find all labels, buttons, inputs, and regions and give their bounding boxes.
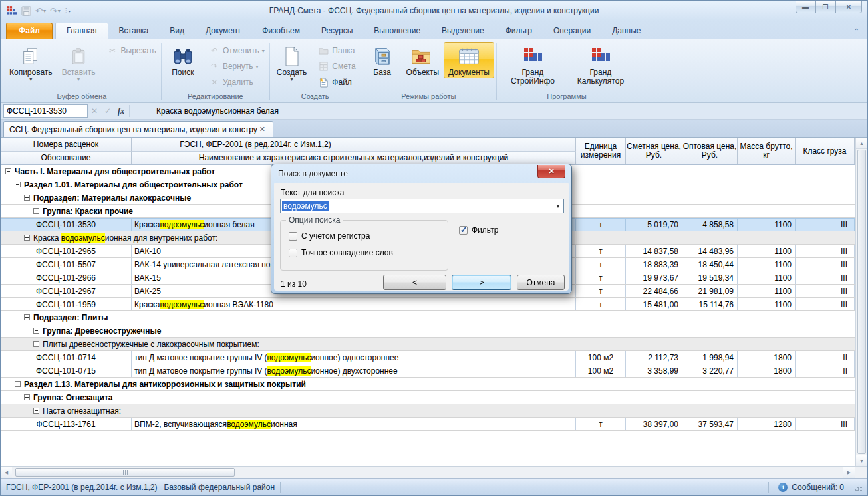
tab-file[interactable]: Файл bbox=[6, 23, 53, 39]
collapse-minus-icon[interactable] bbox=[24, 235, 30, 241]
table-row[interactable]: Плиты древесностружечные с лакокрасочным… bbox=[1, 338, 855, 351]
tab-document[interactable]: Документ bbox=[195, 23, 251, 39]
tab-insert[interactable]: Вставка bbox=[108, 23, 160, 39]
minimize-button[interactable]: ▬ bbox=[796, 1, 815, 13]
new-folder-button[interactable]: Папка bbox=[315, 43, 358, 58]
search-result-counter: 1 из 10 bbox=[281, 279, 307, 289]
table-row[interactable]: ФССЦ-101-1959Краска водоэмульсионная ВЭА… bbox=[1, 298, 855, 311]
collapse-minus-icon[interactable] bbox=[24, 314, 30, 320]
table-row[interactable]: Паста огнезащитная: bbox=[1, 404, 855, 418]
vertical-scrollbar[interactable]: ▲ ▼ bbox=[855, 138, 867, 466]
collapse-minus-icon[interactable] bbox=[24, 195, 30, 201]
exact-match-checkbox[interactable]: ✓ Точное совпадение слов bbox=[289, 248, 393, 257]
copy-button[interactable]: Копировать ▾ bbox=[5, 42, 57, 84]
tab-filter[interactable]: Фильтр bbox=[495, 23, 543, 39]
cabinet-icon bbox=[372, 45, 392, 68]
cell-name-box[interactable] bbox=[3, 104, 88, 118]
filter-checkbox[interactable]: ✓ Фильтр bbox=[459, 225, 498, 235]
collapse-minus-icon[interactable] bbox=[33, 328, 39, 334]
tab-resources[interactable]: Ресурсы bbox=[311, 23, 363, 39]
tab-view[interactable]: Вид bbox=[159, 23, 195, 39]
create-button[interactable]: Создать ▾ bbox=[272, 42, 312, 84]
table-row[interactable]: ФССЦ-101-0714тип Д матовое покрытие груп… bbox=[1, 351, 855, 364]
cancel-icon[interactable]: ✕ bbox=[88, 106, 101, 116]
cut-button[interactable]: ✂ Вырезать bbox=[104, 43, 159, 58]
close-icon[interactable]: ✕ bbox=[257, 125, 267, 134]
header-material-name: Наименование и характеристика строительн… bbox=[132, 151, 576, 164]
app-logo-icon bbox=[6, 5, 17, 17]
row-wholesale-price: 4 858,58 bbox=[682, 219, 738, 231]
formula-bar: ✕ ✓ fx Краска водоэмульсионная белая bbox=[1, 103, 867, 120]
tab-home[interactable]: Главная bbox=[55, 23, 108, 39]
document-tab-bar: ССЦ. Федеральный сборник цен на материал… bbox=[1, 120, 867, 137]
collapse-ribbon-icon[interactable]: ⌃ bbox=[854, 27, 859, 35]
base-mode-button[interactable]: База bbox=[363, 42, 402, 78]
ribbon-tab-row: ФайлГлавнаяВставкаВидДокументФизобъемРес… bbox=[1, 21, 867, 39]
paste-button[interactable]: Вставить ▾ bbox=[57, 42, 100, 84]
scroll-right-icon[interactable]: ▶ bbox=[843, 467, 855, 478]
tab-physvolume[interactable]: Физобъем bbox=[251, 23, 311, 39]
table-row[interactable]: Группа: Огнезащита bbox=[1, 391, 855, 404]
undo-menu-button[interactable]: ↶ Отменить ▾ bbox=[206, 43, 267, 58]
divider bbox=[280, 482, 281, 493]
horizontal-scroll-thumb[interactable] bbox=[15, 468, 235, 477]
previous-button[interactable]: < bbox=[383, 275, 446, 290]
collapse-minus-icon[interactable] bbox=[33, 408, 39, 414]
collapse-minus-icon[interactable] bbox=[5, 168, 11, 174]
table-row[interactable]: Подраздел: Плиты bbox=[1, 311, 855, 324]
resize-grip[interactable] bbox=[853, 483, 862, 491]
scroll-up-icon[interactable]: ▲ bbox=[856, 138, 867, 149]
tab-selection[interactable]: Выделение bbox=[431, 23, 495, 39]
search-combobox[interactable]: водоэмульс ▼ bbox=[280, 199, 564, 213]
new-file-button[interactable]: Файл bbox=[315, 75, 358, 90]
confirm-icon[interactable]: ✓ bbox=[101, 106, 114, 116]
close-button[interactable]: ✕ bbox=[835, 1, 862, 13]
next-button[interactable]: > bbox=[452, 275, 511, 290]
tab-operations[interactable]: Операции bbox=[543, 23, 601, 39]
table-row[interactable]: Группа: Древесностружечные bbox=[1, 324, 855, 338]
redo-menu-button[interactable]: ↷ Вернуть ▾ bbox=[206, 59, 267, 74]
restore-button[interactable]: ❐ bbox=[815, 1, 835, 13]
undo-button[interactable]: ↶▾ bbox=[35, 6, 46, 16]
grand-calculator-label: Гранд Калькулятор bbox=[571, 68, 630, 86]
row-gross-mass: 1100 bbox=[738, 245, 796, 257]
header-justification: Обоснование bbox=[1, 151, 132, 164]
delete-button[interactable]: ✕ Удалить bbox=[206, 75, 267, 90]
row-gross-mass: 1800 bbox=[738, 364, 796, 377]
formula-value[interactable]: Краска водоэмульсионная белая bbox=[131, 106, 279, 116]
tab-execution[interactable]: Выполнение bbox=[363, 23, 431, 39]
collapse-minus-icon[interactable] bbox=[24, 394, 30, 400]
table-row[interactable]: ФССЦ-113-1761ВПМ-2, вспучивающаяся водоэ… bbox=[1, 418, 855, 431]
grand-stroyinfo-button[interactable]: Гранд СтройИнфо bbox=[499, 42, 567, 87]
horizontal-scrollbar[interactable]: ◀ ▶ bbox=[1, 466, 867, 478]
redo-button[interactable]: ↷▾ bbox=[50, 6, 61, 16]
case-sensitive-checkbox[interactable]: ✓ С учетом регистра bbox=[289, 231, 370, 241]
dialog-close-button[interactable]: ✕ bbox=[537, 165, 565, 178]
document-tab[interactable]: ССЦ. Федеральный сборник цен на материал… bbox=[3, 121, 273, 137]
cancel-button[interactable]: Отмена bbox=[517, 275, 565, 290]
row-estimate-price: 5 019,70 bbox=[626, 219, 682, 231]
search-text-label: Текст для поиска bbox=[281, 188, 344, 197]
scroll-left-icon[interactable]: ◀ bbox=[1, 467, 12, 478]
chevron-down-icon: ▾ bbox=[77, 77, 80, 82]
vertical-scroll-thumb[interactable] bbox=[857, 150, 866, 454]
collapse-minus-icon[interactable] bbox=[15, 182, 21, 187]
fx-icon[interactable]: fx bbox=[114, 106, 128, 116]
objects-mode-button[interactable]: Объекты bbox=[402, 42, 444, 78]
ribbon: Копировать ▾ Вставить ▾ ✂ Вырезать bbox=[1, 39, 867, 103]
qat-customize-button[interactable]: ᎒▾ bbox=[65, 7, 71, 15]
new-document-icon bbox=[283, 45, 301, 68]
collapse-minus-icon[interactable] bbox=[33, 208, 39, 214]
row-cargo-class: II bbox=[796, 351, 855, 364]
tab-data[interactable]: Данные bbox=[601, 23, 651, 39]
collapse-minus-icon[interactable] bbox=[33, 341, 39, 347]
new-estimate-button[interactable]: Смета bbox=[315, 59, 358, 74]
table-row[interactable]: ФССЦ-101-0715тип Д матовое покрытие груп… bbox=[1, 364, 855, 378]
save-button[interactable] bbox=[21, 6, 31, 16]
scroll-down-icon[interactable]: ▼ bbox=[856, 455, 867, 466]
table-row[interactable]: Раздел 1.13. Материалы для антикоррозион… bbox=[1, 378, 855, 391]
search-button[interactable]: Поиск bbox=[164, 42, 202, 78]
collapse-minus-icon[interactable] bbox=[15, 381, 21, 387]
documents-mode-button[interactable]: Документы bbox=[444, 42, 494, 78]
grand-calculator-button[interactable]: Гранд Калькулятор bbox=[567, 42, 635, 87]
